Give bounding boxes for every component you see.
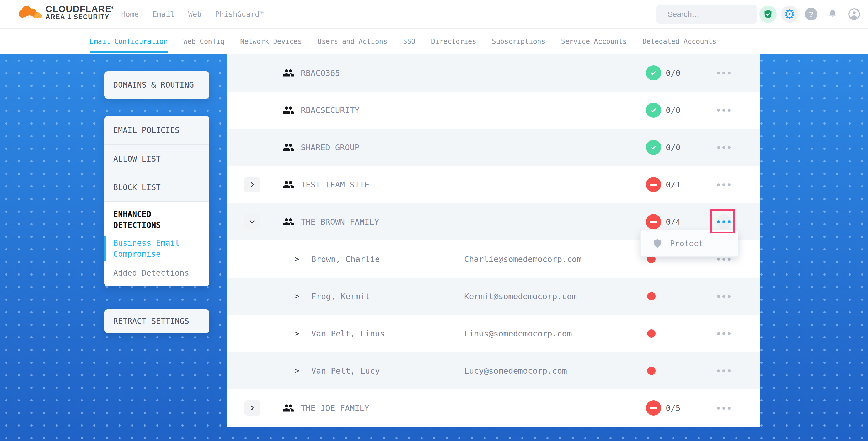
header-icons: ⚙ ? (759, 0, 863, 28)
status-badge-protected (646, 140, 661, 155)
member-email: Lucy@somedemocorp.com (464, 352, 567, 389)
sidebar-item-added-detections[interactable]: Added Detections (104, 267, 209, 278)
row-menu-button[interactable] (708, 65, 740, 81)
brand-subtitle: AREA 1 SECURITY (45, 13, 114, 20)
settings-button[interactable]: ⚙ (780, 5, 799, 23)
app-header: CLOUDFLARE® AREA 1 SECURITY Home Email W… (0, 0, 868, 29)
member-email: Linus@somedemocorp.com (464, 315, 572, 352)
status-badge-unprotected (646, 400, 661, 416)
group-icon (282, 216, 294, 229)
member-chevron-icon[interactable]: > (294, 352, 299, 389)
cloudflare-logo: CLOUDFLARE® AREA 1 SECURITY (16, 3, 114, 21)
notifications-button[interactable] (824, 8, 842, 20)
sidebar-item-email-policies[interactable]: EMAIL POLICIES (104, 116, 209, 145)
row-menu-button[interactable] (708, 363, 740, 379)
row-menu-button[interactable] (708, 326, 740, 341)
group-icon (282, 67, 294, 80)
group-name: THE BROWN FAMILY (301, 203, 379, 241)
bell-icon (827, 8, 838, 20)
enhanced-detections-title[interactable]: ENHANCED DETECTIONS (104, 207, 209, 231)
sidebar-item-allow-list[interactable]: ALLOW LIST (104, 145, 209, 173)
sidebar-policies-card: EMAIL POLICIES ALLOW LIST BLOCK LIST ENH… (104, 116, 209, 286)
row-context-menu: Protect (641, 230, 738, 256)
row-menu-button[interactable] (708, 102, 740, 118)
member-name: Brown, Charlie (311, 241, 380, 278)
tab-network-devices[interactable]: Network Devices (240, 37, 302, 45)
context-menu-item-protect[interactable]: Protect (670, 239, 703, 248)
table-row-group: TEST TEAM SITE 0/1 (227, 166, 760, 203)
row-menu-button[interactable] (708, 139, 740, 155)
avatar-icon (848, 8, 860, 21)
expand-button-chevron-right-icon[interactable] (244, 400, 260, 416)
brand-name: CLOUDFLARE® (45, 4, 114, 14)
group-name: TEST TEAM SITE (301, 166, 369, 203)
tab-directories[interactable]: Directories (431, 37, 476, 45)
tab-users-and-actions[interactable]: Users and Actions (317, 37, 387, 45)
member-chevron-icon[interactable]: > (294, 241, 299, 278)
protection-count: 0/5 (666, 389, 681, 427)
nav-home[interactable]: Home (121, 10, 139, 19)
table-row-group: THE JOE FAMILY 0/5 (227, 389, 760, 427)
shield-icon (653, 239, 662, 248)
member-email: Charlie@somedemocorp.com (464, 241, 582, 278)
table-row-member: > Van Pelt, Linus Linus@somedemocorp.com (227, 315, 760, 352)
config-tab-bar: Email Configuration Web Config Network D… (0, 28, 868, 54)
group-icon (282, 141, 294, 154)
account-button[interactable] (845, 8, 863, 21)
status-dot-unprotected (647, 329, 656, 338)
expand-button-chevron-right-icon[interactable] (244, 177, 260, 192)
table-row-group: SHARED_GROUP 0/0 (227, 129, 760, 166)
gear-icon: ⚙ (781, 5, 798, 23)
nav-email[interactable]: Email (152, 10, 175, 19)
tab-web-config[interactable]: Web Config (183, 37, 224, 45)
group-icon (282, 402, 294, 415)
sidebar-item-retract-settings[interactable]: RETRACT SETTINGS (104, 309, 209, 333)
member-email: Kermit@somedemocorp.com (464, 278, 577, 315)
nav-web[interactable]: Web (188, 10, 202, 19)
protection-count: 0/0 (666, 129, 681, 166)
tab-sso[interactable]: SSO (403, 37, 415, 45)
collapse-button-chevron-down-icon[interactable] (244, 214, 260, 229)
table-row-member: > Frog, Kermit Kermit@somedemocorp.com (227, 278, 760, 315)
table-row-member: > Van Pelt, Lucy Lucy@somedemocorp.com (227, 352, 760, 389)
shield-check-icon (760, 5, 777, 23)
protection-status-button[interactable] (759, 5, 777, 23)
protection-count: 0/1 (666, 166, 681, 203)
table-row-group: RBACO365 0/0 (227, 54, 760, 92)
member-name: Van Pelt, Linus (311, 315, 385, 352)
tab-email-configuration[interactable]: Email Configuration (90, 37, 167, 45)
row-menu-button[interactable] (708, 288, 740, 304)
cloudflare-cloud-icon (16, 3, 43, 21)
row-menu-button[interactable] (708, 400, 740, 416)
search-input[interactable] (667, 10, 767, 19)
member-chevron-icon[interactable]: > (294, 315, 299, 352)
sidebar-item-domains-routing[interactable]: DOMAINS & ROUTING (104, 71, 209, 99)
sidebar-item-business-email-compromise[interactable]: Business Email Compromise (104, 236, 209, 261)
group-name: RBACSECURITY (301, 92, 360, 129)
help-icon: ? (805, 8, 817, 21)
search-box[interactable] (656, 5, 757, 24)
group-name: RBACO365 (301, 54, 340, 92)
tab-service-accounts[interactable]: Service Accounts (561, 37, 627, 45)
header-nav: Home Email Web PhishGuard™ (121, 0, 264, 28)
nav-phishguard[interactable]: PhishGuard™ (215, 10, 264, 19)
table-row-group: RBACSECURITY 0/0 (227, 92, 760, 129)
tab-delegated-accounts[interactable]: Delegated Accounts (643, 37, 716, 45)
status-badge-protected (646, 102, 661, 118)
help-button[interactable]: ? (802, 8, 820, 21)
group-icon (282, 104, 294, 117)
row-menu-button[interactable] (708, 177, 740, 192)
highlight-annotation-box (710, 209, 735, 233)
status-badge-protected (646, 65, 661, 81)
status-dot-unprotected (647, 367, 656, 375)
sidebar-section-enhanced-detections: ENHANCED DETECTIONS Business Email Compr… (104, 202, 209, 286)
protection-count: 0/0 (666, 92, 681, 129)
member-chevron-icon[interactable]: > (294, 278, 299, 315)
tab-subscriptions[interactable]: Subscriptions (492, 37, 546, 45)
member-name: Van Pelt, Lucy (311, 352, 380, 389)
status-badge-unprotected (646, 214, 661, 229)
group-icon (282, 179, 294, 192)
group-name: SHARED_GROUP (301, 129, 360, 166)
member-name: Frog, Kermit (311, 278, 370, 315)
sidebar-item-block-list[interactable]: BLOCK LIST (104, 173, 209, 202)
